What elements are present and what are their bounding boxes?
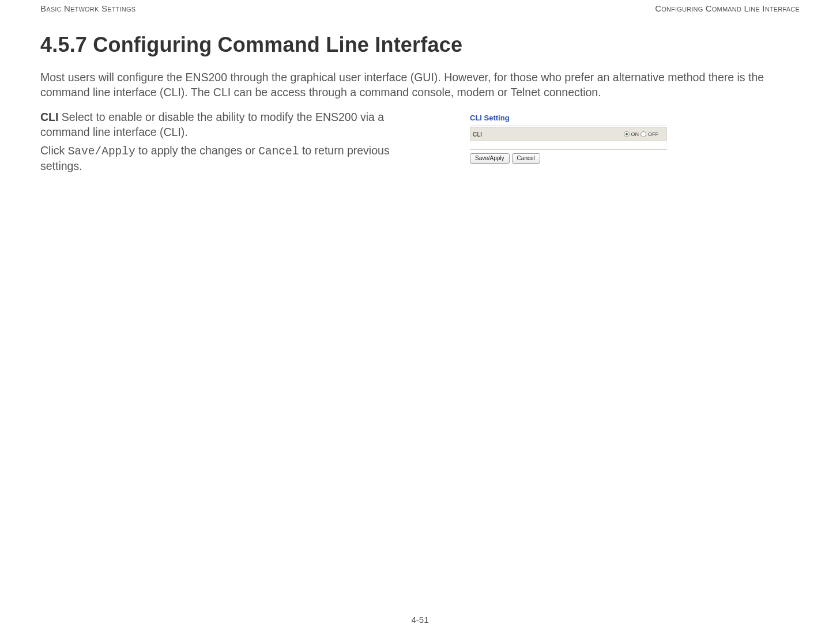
apply-mid: to apply the changes or <box>135 144 259 157</box>
radio-on-label: ON <box>631 131 639 137</box>
cli-description: CLI Select to enable or disable the abil… <box>40 110 406 139</box>
apply-instruction: Click Save/Apply to apply the changes or… <box>40 143 406 174</box>
cli-row-label: CLI <box>470 131 624 138</box>
apply-pre: Click <box>40 144 68 157</box>
cancel-mono: Cancel <box>258 145 299 158</box>
cli-desc: Select to enable or disable the ability … <box>40 111 384 138</box>
section-title: Configuring Command Line Interface <box>93 33 462 56</box>
header-right: Configuring Command Line Interface <box>655 3 800 13</box>
section-heading: 4.5.7 Configuring Command Line Interface <box>40 33 800 57</box>
cli-row-value: ON OFF <box>624 131 667 137</box>
running-header: Basic Network Settings Configuring Comma… <box>40 3 800 13</box>
cli-row: CLI ON OFF <box>470 127 667 141</box>
radio-on[interactable] <box>624 131 630 137</box>
page-footer: 4-51 <box>0 615 840 625</box>
cli-term: CLI <box>40 111 58 123</box>
radio-off[interactable] <box>641 131 646 137</box>
button-bar: Save/Apply Cancel <box>470 153 667 164</box>
body-text: CLI Select to enable or disable the abil… <box>40 110 406 177</box>
panel-title: CLI Setting <box>470 114 667 126</box>
page-number: 4-51 <box>411 615 428 625</box>
header-left: Basic Network Settings <box>40 3 135 13</box>
section-number: 4.5.7 <box>40 33 87 56</box>
radio-off-label: OFF <box>648 131 658 137</box>
save-apply-mono: Save/Apply <box>68 145 135 158</box>
page: Basic Network Settings Configuring Comma… <box>0 0 840 628</box>
body-row: CLI Select to enable or disable the abil… <box>40 110 800 177</box>
panel-divider <box>470 149 667 150</box>
cancel-button[interactable]: Cancel <box>512 153 540 164</box>
intro-paragraph: Most users will configure the ENS200 thr… <box>40 70 800 100</box>
save-apply-button[interactable]: Save/Apply <box>470 153 510 164</box>
cli-setting-figure: CLI Setting CLI ON OFF Save/Apply Cancel <box>470 114 667 177</box>
